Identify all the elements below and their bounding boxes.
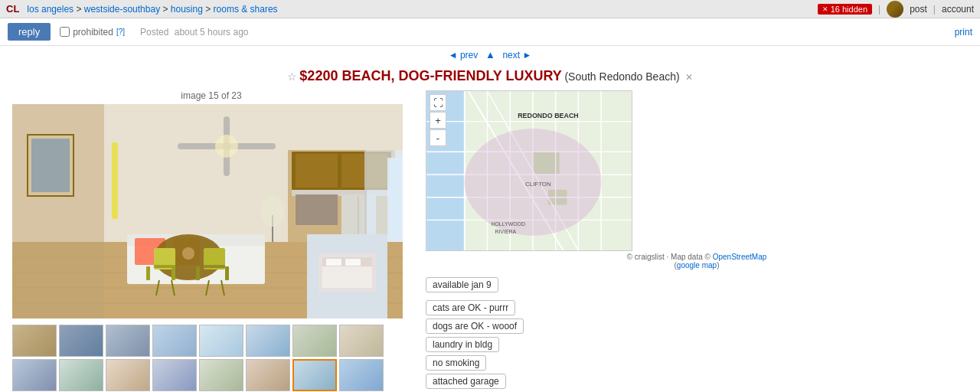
svg-text:REDONDO BEACH: REDONDO BEACH: [518, 112, 579, 119]
map-zoom-out-button[interactable]: -: [430, 129, 446, 146]
prohibited-label[interactable]: prohibited: [73, 27, 113, 38]
thumbnail-16[interactable]: [339, 359, 384, 391]
next-link[interactable]: next ►: [502, 50, 531, 60]
prohibited-area: prohibited [?]: [60, 27, 125, 38]
svg-point-41: [182, 247, 194, 260]
map-caption: © craigslist · Map data © OpenStreetMap …: [426, 253, 968, 270]
breadcrumb: los angeles > westside-southbay > housin…: [27, 4, 277, 15]
svg-text:RIVIERA: RIVIERA: [495, 229, 516, 234]
svg-rect-46: [326, 259, 341, 266]
prohibited-checkbox[interactable]: [60, 27, 70, 37]
thumbnail-14[interactable]: [246, 359, 290, 391]
post-title[interactable]: $2200 BEACH, DOG-FRIENDLY LUXURY: [299, 68, 561, 83]
main-image-svg: [12, 104, 403, 318]
osm-link[interactable]: OpenStreetMap: [713, 253, 767, 261]
svg-rect-36: [225, 266, 229, 280]
thumbnail-3[interactable]: [106, 325, 150, 357]
svg-point-11: [215, 135, 238, 158]
breadcrumb-housing[interactable]: housing: [171, 4, 203, 15]
avatar: [887, 1, 903, 18]
topbar: CL los angeles > westside-southbay > hou…: [0, 0, 980, 18]
map-fullscreen-button[interactable]: ⛶: [430, 94, 446, 111]
svg-rect-47: [345, 259, 361, 266]
topbar-right: 16 hidden | post | account: [818, 1, 974, 18]
thumbnail-6[interactable]: [246, 325, 290, 357]
account-link[interactable]: account: [942, 4, 974, 15]
left-column: image 15 of 23: [12, 90, 410, 392]
thumbnail-11[interactable]: [106, 359, 150, 391]
svg-text:CLIFTON: CLIFTON: [525, 181, 551, 188]
print-link[interactable]: print: [955, 27, 972, 38]
svg-rect-22: [364, 150, 367, 242]
main-image[interactable]: [12, 104, 403, 318]
actionbar: reply prohibited [?] Posted about 5 hour…: [0, 18, 980, 46]
cl-logo: CL: [6, 3, 19, 15]
thumbnail-10[interactable]: [59, 359, 103, 391]
google-map-link[interactable]: google map: [677, 261, 717, 270]
posted-info: Posted about 5 hours ago: [140, 27, 248, 38]
location-tag: (South Redondo Beach): [564, 70, 679, 83]
available-tag: available jan 9: [426, 277, 498, 292]
prev-link[interactable]: ◄ prev: [449, 50, 479, 60]
right-column: REDONDO BEACH CLIFTON HOLLYWOOD RIVIERA …: [426, 90, 968, 392]
up-link[interactable]: ▲: [485, 49, 495, 60]
thumbnail-7[interactable]: [292, 325, 337, 357]
svg-rect-31: [146, 266, 150, 280]
map-container: REDONDO BEACH CLIFTON HOLLYWOOD RIVIERA …: [426, 90, 632, 251]
svg-rect-32: [172, 266, 175, 280]
attr-tag-1: dogs are OK - wooof: [426, 318, 524, 334]
thumbnails-row: [12, 325, 410, 392]
thumbnail-12[interactable]: [152, 359, 197, 391]
map-svg: REDONDO BEACH CLIFTON HOLLYWOOD RIVIERA: [426, 91, 632, 250]
thumbnail-2[interactable]: [59, 325, 103, 357]
breadcrumb-rooms[interactable]: rooms & shares: [214, 4, 278, 15]
tags-section: available jan 9 cats are OK - purrrdogs …: [426, 277, 968, 392]
post-title-row: ☆ $2200 BEACH, DOG-FRIENDLY LUXURY (Sout…: [0, 65, 980, 90]
svg-point-52: [261, 196, 284, 227]
thumbnail-8[interactable]: [339, 325, 384, 357]
image-counter: image 15 of 23: [12, 90, 410, 101]
svg-rect-34: [204, 265, 225, 268]
star-icon[interactable]: ☆: [287, 70, 297, 83]
thumbnail-13[interactable]: [199, 359, 243, 391]
thumbnail-1[interactable]: [12, 325, 57, 357]
reply-button[interactable]: reply: [8, 23, 51, 41]
map-controls: ⛶ + -: [430, 94, 446, 146]
svg-rect-50: [112, 142, 118, 219]
svg-rect-14: [296, 154, 338, 188]
map-zoom-in-button[interactable]: +: [430, 112, 446, 129]
hidden-badge[interactable]: 16 hidden: [818, 4, 872, 15]
thumbnail-9[interactable]: [12, 359, 57, 391]
post-link[interactable]: post: [910, 4, 927, 15]
attr-tag-0: cats are OK - purrr: [426, 300, 515, 315]
thumbnail-5[interactable]: [199, 325, 243, 357]
thumbnail-15[interactable]: [292, 359, 337, 391]
prohibited-ext-link: [?]: [116, 28, 125, 36]
attr-tag-4: attached garage: [426, 374, 506, 389]
attr-tags: cats are OK - purrrdogs are OK - wooofla…: [426, 300, 968, 392]
svg-rect-49: [31, 139, 70, 192]
close-icon[interactable]: ✕: [685, 72, 693, 83]
breadcrumb-los-angeles[interactable]: los angeles: [27, 4, 74, 15]
nav-row: ◄ prev ▲ next ►: [0, 46, 980, 65]
main-content: image 15 of 23: [0, 90, 980, 392]
svg-rect-35: [196, 266, 200, 280]
attr-tag-3: no smoking: [426, 355, 486, 371]
svg-rect-23: [367, 150, 403, 242]
thumbnail-4[interactable]: [152, 325, 197, 357]
svg-rect-19: [296, 194, 338, 225]
svg-text:HOLLYWOOD: HOLLYWOOD: [491, 221, 525, 227]
breadcrumb-westside[interactable]: westside-southbay: [84, 4, 160, 15]
topbar-left: CL los angeles > westside-southbay > hou…: [6, 3, 278, 15]
attr-tag-2: laundry in bldg: [426, 337, 499, 352]
